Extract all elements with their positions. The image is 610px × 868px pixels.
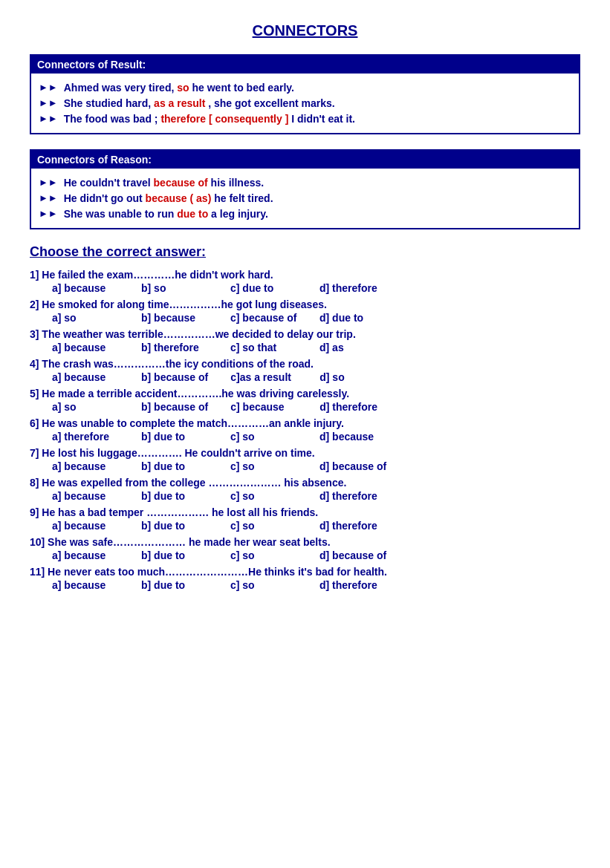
question-block-8: 8] He was expelled from the college …………… — [30, 477, 580, 502]
reason-example-row-2: ►► He didn't go out because ( as) he fel… — [39, 192, 571, 204]
option-11-3: c] so — [230, 579, 297, 591]
option-4-2: b] because of — [141, 371, 208, 383]
question-text-11: 11] He never eats too much……………………He thi… — [30, 566, 580, 578]
options-row-5: a] sob] because ofc] becaused] therefore — [30, 401, 580, 413]
arrow-icon-5: ►► — [39, 192, 58, 203]
highlight-so: so — [177, 82, 189, 94]
option-10-4: d] because of — [319, 549, 386, 561]
question-block-11: 11] He never eats too much……………………He thi… — [30, 566, 580, 591]
option-9-2: b] due to — [141, 520, 208, 532]
option-1-2: b] so — [141, 282, 208, 294]
option-8-1: a] because — [52, 490, 119, 502]
question-text-6: 6] He was unable to complete the match……… — [30, 417, 580, 429]
highlight-therefore: therefore [ consequently ] — [160, 113, 288, 125]
option-4-1: a] because — [52, 371, 119, 383]
question-block-10: 10] She was safe………………… he made her wear… — [30, 536, 580, 561]
option-6-2: b] due to — [141, 431, 208, 443]
question-text-4: 4] The crash was……………the icy conditions … — [30, 358, 580, 370]
arrow-icon-4: ►► — [39, 177, 58, 188]
option-5-3: c] because — [230, 401, 297, 413]
option-2-2: b] because — [141, 312, 208, 324]
question-text-3: 3] The weather was terrible……………we decid… — [30, 328, 580, 340]
option-6-1: a] therefore — [52, 431, 119, 443]
option-1-1: a] because — [52, 282, 119, 294]
options-row-3: a] becauseb] thereforec] so thatd] as — [30, 342, 580, 353]
options-row-7: a] becauseb] due toc] sod] because of — [30, 460, 580, 472]
arrow-icon-6: ►► — [39, 208, 58, 219]
options-row-11: a] becauseb] due toc] sod] therefore — [30, 579, 580, 591]
option-6-4: d] because — [319, 431, 386, 443]
option-11-4: d] therefore — [319, 579, 386, 591]
highlight-because-as: because ( as) — [146, 192, 212, 204]
option-5-4: d] therefore — [319, 401, 386, 413]
options-row-2: a] sob] becausec] because ofd] due to — [30, 312, 580, 324]
options-row-8: a] becauseb] due toc] sod] therefore — [30, 490, 580, 502]
option-1-3: c] due to — [230, 282, 297, 294]
arrow-icon-1: ►► — [39, 82, 58, 93]
option-2-4: d] due to — [319, 312, 386, 324]
option-10-1: a] because — [52, 549, 119, 561]
option-10-2: b] due to — [141, 549, 208, 561]
option-4-3: c]as a result — [230, 371, 297, 383]
questions-container: 1] He failed the exam…………he didn't work … — [30, 269, 580, 591]
option-5-1: a] so — [52, 401, 119, 413]
question-text-2: 2] He smoked for along time……………he got l… — [30, 298, 580, 310]
option-2-3: c] because of — [230, 312, 297, 324]
option-3-2: b] therefore — [141, 342, 208, 353]
options-row-1: a] becauseb] soc] due tod] therefore — [30, 282, 580, 294]
question-text-8: 8] He was expelled from the college …………… — [30, 477, 580, 489]
reason-example-row-3: ►► She was unable to run due to a leg in… — [39, 208, 571, 220]
question-block-9: 9] He has a bad temper ……………… he lost al… — [30, 506, 580, 532]
option-3-1: a] because — [52, 342, 119, 353]
option-10-3: c] so — [230, 549, 297, 561]
example-text-1: Ahmed was very tired, so he went to bed … — [64, 82, 294, 94]
question-block-1: 1] He failed the exam…………he didn't work … — [30, 269, 580, 294]
arrow-icon-2: ►► — [39, 97, 58, 108]
option-11-2: b] due to — [141, 579, 208, 591]
question-text-5: 5] He made a terrible accident………….he wa… — [30, 388, 580, 399]
option-8-3: c] so — [230, 490, 297, 502]
option-7-4: d] because of — [319, 460, 386, 472]
connectors-reason-box: Connectors of Reason: ►► He couldn't tra… — [30, 149, 580, 229]
highlight-as-a-result: as a result — [154, 97, 205, 109]
option-9-3: c] so — [230, 520, 297, 532]
option-4-4: d] so — [319, 371, 386, 383]
option-8-4: d] therefore — [319, 490, 386, 502]
question-block-4: 4] The crash was……………the icy conditions … — [30, 358, 580, 383]
example-row-1: ►► Ahmed was very tired, so he went to b… — [39, 82, 571, 94]
connectors-result-box: Connectors of Result: ►► Ahmed was very … — [30, 54, 580, 134]
example-text-3: The food was bad ; therefore [ consequen… — [64, 113, 355, 125]
option-3-3: c] so that — [230, 342, 297, 353]
option-2-1: a] so — [52, 312, 119, 324]
choose-section: Choose the correct answer: 1] He failed … — [30, 244, 580, 591]
question-block-5: 5] He made a terrible accident………….he wa… — [30, 388, 580, 413]
reason-text-1: He couldn't travel because of his illnes… — [64, 177, 264, 189]
highlight-because-of-1: because of — [154, 177, 208, 189]
connectors-result-body: ►► Ahmed was very tired, so he went to b… — [31, 74, 579, 133]
option-5-2: b] because of — [141, 401, 208, 413]
example-row-3: ►► The food was bad ; therefore [ conseq… — [39, 113, 571, 125]
question-block-2: 2] He smoked for along time……………he got l… — [30, 298, 580, 324]
question-text-7: 7] He lost his luggage…………. He couldn't … — [30, 447, 580, 459]
highlight-due-to: due to — [177, 208, 208, 220]
options-row-4: a] becauseb] because ofc]as a resultd] s… — [30, 371, 580, 383]
example-row-2: ►► She studied hard, as a result , she g… — [39, 97, 571, 109]
question-block-6: 6] He was unable to complete the match……… — [30, 417, 580, 443]
question-block-7: 7] He lost his luggage…………. He couldn't … — [30, 447, 580, 472]
option-11-1: a] because — [52, 579, 119, 591]
option-9-1: a] because — [52, 520, 119, 532]
option-7-2: b] due to — [141, 460, 208, 472]
options-row-10: a] becauseb] due toc] sod] because of — [30, 549, 580, 561]
options-row-6: a] thereforeb] due toc] sod] because — [30, 431, 580, 443]
reason-text-2: He didn't go out because ( as) he felt t… — [64, 192, 273, 204]
question-block-3: 3] The weather was terrible……………we decid… — [30, 328, 580, 353]
reason-example-row-1: ►► He couldn't travel because of his ill… — [39, 177, 571, 189]
connectors-reason-header: Connectors of Reason: — [31, 151, 579, 169]
page-title: CONNECTORS — [30, 22, 580, 39]
reason-text-3: She was unable to run due to a leg injur… — [64, 208, 268, 220]
option-9-4: d] therefore — [319, 520, 386, 532]
question-text-9: 9] He has a bad temper ……………… he lost al… — [30, 506, 580, 518]
connectors-result-header: Connectors of Result: — [31, 56, 579, 74]
option-7-3: c] so — [230, 460, 297, 472]
arrow-icon-3: ►► — [39, 113, 58, 124]
